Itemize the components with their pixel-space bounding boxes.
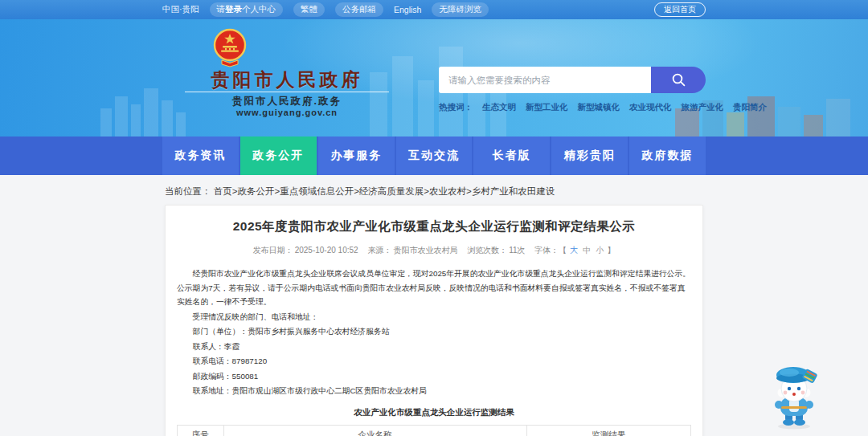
font-size-label-close: 】 (607, 246, 615, 255)
search-area: 热搜词： 生态文明 新型工业化 新型城镇化 农业现代化 旅游产业化 贵阳简介 (439, 67, 706, 113)
font-size-large-button[interactable]: 大 (570, 246, 578, 255)
views-label: 浏览次数： (467, 246, 507, 255)
official-mail-link[interactable]: 公务邮箱 (335, 2, 383, 17)
contact-phone-line: 联系电话：87987120 (177, 354, 691, 369)
monitoring-results-table: 序号 企业名称 监测结果 1 贵州合力超市采购有限公司 合格 2 贵州友禾种业有… (177, 425, 691, 436)
breadcrumb-label: 当前位置： (165, 186, 211, 196)
login-personal-center-link[interactable]: 请登录个人中心 (210, 2, 284, 17)
site-url: www.guiyang.gov.cn (162, 108, 411, 117)
accessibility-link[interactable]: 无障碍浏览 (432, 2, 489, 17)
acceptance-intro-line: 受理情况反映的部门、电话和地址： (177, 310, 691, 324)
hot-word-urbanization[interactable]: 新型城镇化 (578, 102, 620, 113)
login-prefix: 请 (217, 4, 226, 14)
login-suffix: 个人中心 (242, 4, 276, 14)
breadcrumb: 当前位置： 首页>政务公开>重点领域信息公开>经济高质量发展>农业农村>乡村产业… (165, 185, 703, 198)
site-logo[interactable]: 贵阳市人民政府 贵阳市人民政府.政务 www.guiyang.gov.cn (162, 19, 411, 137)
header-seq: 序号 (178, 426, 224, 436)
nav-item-gov-data[interactable]: 政府数据 (629, 137, 706, 175)
english-link[interactable]: English (394, 5, 421, 14)
return-home-button[interactable]: 返回首页 (654, 2, 706, 17)
nav-item-gov-news[interactable]: 政务资讯 (162, 137, 239, 175)
search-button[interactable] (651, 67, 706, 93)
table-header-row: 序号 企业名称 监测结果 (178, 426, 691, 436)
font-size-small-button[interactable]: 小 (596, 246, 604, 255)
nav-item-splendid-guiyang[interactable]: 精彩贵阳 (551, 137, 628, 175)
article-body: 经贵阳市农业产业化市级重点龙头企业联席会议成员单位审定，现对2025年开展的农业… (177, 267, 691, 436)
header-company-name: 企业名称 (223, 426, 526, 436)
page-root: { "topbar": { "region_link": "中国·贵阳", "l… (0, 0, 868, 436)
logo-divider (185, 92, 389, 92)
contact-address-line: 联系地址：贵阳市观山湖区市级行政中心二期C区贵阳市农业农村局 (177, 384, 691, 398)
article-card: 2025年度贵阳市农业产业化市级重点龙头企业运行监测和评定结果公示 发布日期：2… (165, 205, 703, 436)
hot-word-tourism[interactable]: 旅游产业化 (682, 102, 724, 113)
source-label: 来源： (367, 246, 391, 255)
traditional-chinese-link[interactable]: 繁體 (293, 2, 325, 17)
font-size-medium-button[interactable]: 中 (583, 246, 591, 255)
article-meta: 发布日期：2025-10-20 10:52 来源：贵阳市农业农村局 浏览次数：1… (177, 245, 691, 256)
header-result: 监测结果 (526, 426, 690, 436)
mascot-icon (765, 362, 823, 430)
hot-word-agriculture[interactable]: 农业现代化 (629, 102, 672, 113)
contact-department-line: 部门（单位）：贵阳市乡村振兴服务中心农村经济服务站 (177, 324, 691, 339)
nav-item-gov-disclosure[interactable]: 政务公开 (240, 137, 317, 175)
top-utility-bar: 中国·贵阳 请登录个人中心 繁體 公务邮箱 English 无障碍浏览 返回首页 (0, 0, 868, 19)
login-bold: 登录 (225, 4, 242, 14)
main-navigation: 政务资讯 政务公开 办事服务 互动交流 长者版 精彩贵阳 政府数据 (0, 137, 868, 175)
table-caption: 农业产业化市级重点龙头企业运行监测结果 (177, 405, 691, 420)
publish-date: 2025-10-20 10:52 (295, 246, 358, 255)
nav-item-services[interactable]: 办事服务 (318, 137, 395, 175)
hot-word-ecology[interactable]: 生态文明 (482, 102, 516, 113)
site-subtitle: 贵阳市人民政府.政务 (162, 95, 411, 108)
magnifier-icon (671, 72, 686, 88)
contact-person-line: 联系人：李霞 (177, 340, 691, 354)
national-emblem-icon (212, 28, 248, 67)
mascot-assistant-widget[interactable] (765, 362, 823, 430)
hot-search-row: 热搜词： 生态文明 新型工业化 新型城镇化 农业现代化 旅游产业化 贵阳简介 (439, 102, 706, 113)
font-size-label: 字体：【 (534, 246, 567, 255)
publish-date-label: 发布日期： (253, 246, 293, 255)
breadcrumb-path[interactable]: 首页>政务公开>重点领域信息公开>经济高质量发展>农业农村>乡村产业和农田建设 (214, 186, 555, 196)
article-title: 2025年度贵阳市农业产业化市级重点龙头企业运行监测和评定结果公示 (177, 218, 691, 235)
nav-item-interaction[interactable]: 互动交流 (396, 137, 473, 175)
hot-word-industry[interactable]: 新型工业化 (526, 102, 568, 113)
hot-search-label: 热搜词： (439, 102, 473, 113)
region-link[interactable]: 中国·贵阳 (162, 4, 199, 15)
notice-paragraph: 经贵阳市农业产业化市级重点龙头企业联席会议成员单位审定，现对2025年开展的农业… (177, 267, 691, 309)
nav-item-senior-version[interactable]: 长者版 (473, 137, 550, 175)
source-value: 贵阳市农业农村局 (393, 246, 457, 255)
search-input[interactable] (439, 67, 651, 93)
hot-word-guiyang-intro[interactable]: 贵阳简介 (733, 102, 767, 113)
views-value: 11次 (509, 246, 525, 255)
site-banner: 贵阳市人民政府 贵阳市人民政府.政务 www.guiyang.gov.cn 热搜… (0, 19, 868, 137)
postal-code-line: 邮政编码：550081 (177, 369, 691, 384)
site-name: 贵阳市人民政府 (162, 67, 411, 92)
